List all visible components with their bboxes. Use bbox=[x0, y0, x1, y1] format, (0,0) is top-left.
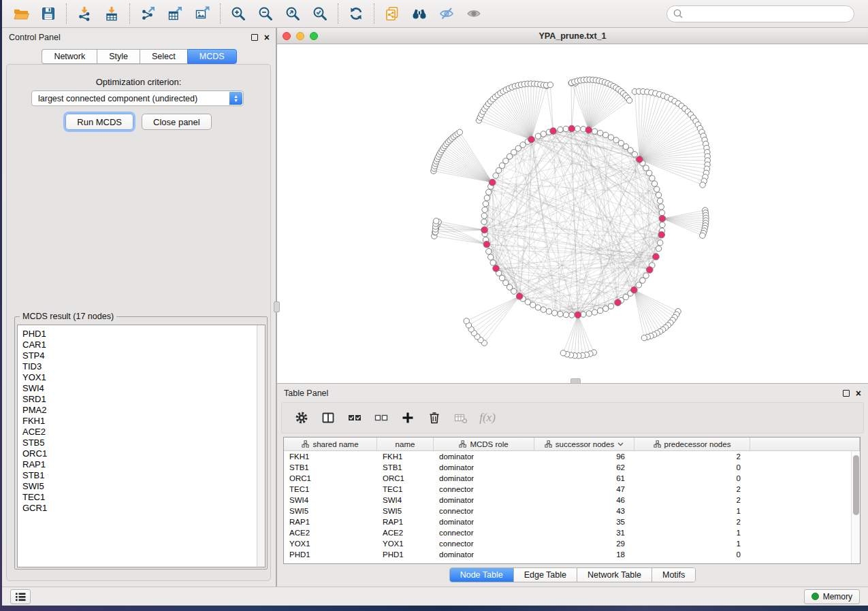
network-node[interactable] bbox=[626, 97, 632, 103]
table-row[interactable]: ORC1ORC1dominator610 bbox=[284, 473, 851, 484]
close-panel-icon[interactable]: × bbox=[856, 390, 861, 397]
first-neighbors-button[interactable] bbox=[406, 3, 433, 24]
table-row[interactable]: YOX1YOX1connector291 bbox=[284, 538, 851, 549]
network-node[interactable] bbox=[551, 310, 557, 316]
network-node[interactable] bbox=[656, 246, 661, 251]
deselect-all-button[interactable] bbox=[371, 407, 391, 429]
mcds-result-item[interactable]: TID3 bbox=[22, 361, 257, 372]
show-all-button[interactable] bbox=[460, 3, 487, 24]
zoom-in-button[interactable] bbox=[225, 3, 252, 24]
network-node[interactable] bbox=[654, 186, 660, 192]
delete-column-button[interactable] bbox=[424, 407, 445, 429]
network-node[interactable] bbox=[546, 309, 551, 314]
tab-mcds[interactable]: MCDS bbox=[187, 49, 237, 64]
select-all-button[interactable] bbox=[344, 407, 365, 429]
import-network-button[interactable] bbox=[71, 3, 98, 24]
clone-network-button[interactable] bbox=[379, 3, 406, 24]
network-node[interactable] bbox=[569, 312, 575, 318]
table-row[interactable]: STB1STB1dominator620 bbox=[284, 462, 851, 473]
network-node[interactable] bbox=[632, 152, 637, 157]
zoom-out-button[interactable] bbox=[252, 3, 279, 24]
mcds-result-item[interactable]: TEC1 bbox=[22, 492, 257, 503]
mcds-hub-node[interactable] bbox=[631, 286, 638, 293]
mcds-hub-node[interactable] bbox=[528, 136, 535, 143]
tab-edge-table[interactable]: Edge Table bbox=[514, 568, 577, 582]
network-node[interactable] bbox=[597, 130, 602, 135]
column-header-name[interactable]: name bbox=[377, 437, 434, 450]
network-node[interactable] bbox=[499, 275, 504, 280]
tab-node-table[interactable]: Node Table bbox=[450, 568, 514, 582]
network-node[interactable] bbox=[484, 195, 489, 201]
network-node[interactable] bbox=[481, 219, 487, 225]
tab-network-table[interactable]: Network Table bbox=[577, 568, 652, 582]
network-node[interactable] bbox=[608, 135, 613, 140]
mcds-hub-node[interactable] bbox=[646, 267, 653, 274]
mcds-hub-node[interactable] bbox=[489, 179, 496, 186]
network-node[interactable] bbox=[636, 282, 641, 288]
network-node[interactable] bbox=[496, 167, 501, 173]
optimization-select[interactable]: largest connected component (undirected)… bbox=[31, 90, 244, 106]
mcds-result-item[interactable]: RAP1 bbox=[22, 459, 257, 470]
mcds-result-item[interactable]: PHD1 bbox=[22, 329, 257, 340]
vertical-splitter-handle[interactable] bbox=[274, 301, 280, 312]
horizontal-splitter-handle[interactable] bbox=[570, 378, 581, 384]
search-input[interactable] bbox=[684, 7, 848, 20]
network-node[interactable] bbox=[592, 310, 597, 315]
export-table-button[interactable] bbox=[161, 3, 189, 24]
table-row[interactable]: PHD1PHD1dominator180 bbox=[284, 549, 851, 560]
tab-style[interactable]: Style bbox=[97, 49, 140, 64]
mcds-result-item[interactable]: YOX1 bbox=[22, 372, 257, 383]
network-node[interactable] bbox=[488, 254, 494, 260]
network-node[interactable] bbox=[547, 82, 553, 87]
open-file-button[interactable] bbox=[7, 3, 35, 24]
network-node[interactable] bbox=[481, 213, 487, 218]
network-node[interactable] bbox=[563, 312, 568, 317]
network-node[interactable] bbox=[434, 218, 439, 224]
network-node[interactable] bbox=[641, 335, 647, 340]
table-options-button[interactable] bbox=[291, 407, 312, 429]
tab-motifs[interactable]: Motifs bbox=[652, 568, 695, 582]
column-header-successor-nodes[interactable]: successor nodes bbox=[534, 437, 634, 450]
mcds-result-item[interactable]: GCR1 bbox=[22, 503, 257, 514]
mcds-hub-node[interactable] bbox=[658, 231, 665, 238]
table-row[interactable]: ACE2ACE2connector311 bbox=[284, 527, 851, 538]
save-session-button[interactable] bbox=[35, 3, 62, 24]
network-node[interactable] bbox=[482, 207, 487, 212]
network-node[interactable] bbox=[560, 350, 566, 356]
network-node[interactable] bbox=[541, 131, 546, 137]
network-node[interactable] bbox=[602, 306, 608, 311]
zoom-selected-button[interactable] bbox=[306, 3, 334, 24]
network-node[interactable] bbox=[700, 233, 705, 238]
network-node[interactable] bbox=[558, 127, 563, 132]
network-node[interactable] bbox=[490, 260, 496, 265]
mcds-hub-node[interactable] bbox=[493, 265, 500, 272]
close-panel-button[interactable]: Close panel bbox=[142, 114, 212, 130]
network-node[interactable] bbox=[657, 240, 662, 246]
table-row[interactable]: FKH1FKH1dominator962 bbox=[284, 451, 851, 462]
network-node[interactable] bbox=[657, 198, 662, 203]
search-field[interactable] bbox=[666, 5, 854, 22]
mcds-result-item[interactable]: SWI4 bbox=[22, 383, 257, 394]
network-node[interactable] bbox=[643, 165, 649, 171]
network-node[interactable] bbox=[535, 305, 541, 310]
network-node[interactable] bbox=[486, 248, 492, 254]
network-node[interactable] bbox=[457, 129, 462, 135]
export-network-button[interactable] bbox=[134, 3, 161, 24]
mcds-result-item[interactable]: FKH1 bbox=[22, 416, 257, 427]
export-image-button[interactable] bbox=[189, 3, 216, 24]
network-node[interactable] bbox=[652, 181, 657, 186]
network-node[interactable] bbox=[586, 311, 592, 316]
network-node[interactable] bbox=[656, 192, 661, 197]
table-row[interactable]: SWI5SWI5connector431 bbox=[284, 506, 851, 516]
mcds-result-item[interactable]: STB1 bbox=[22, 470, 257, 481]
mcds-result-item[interactable]: STB5 bbox=[22, 437, 257, 448]
network-node[interactable] bbox=[558, 311, 563, 316]
network-node[interactable] bbox=[659, 210, 664, 216]
network-node[interactable] bbox=[541, 307, 546, 312]
mcds-hub-node[interactable] bbox=[659, 215, 666, 222]
table-row[interactable]: TEC1TEC1connector472 bbox=[284, 484, 851, 495]
column-header-shared-name[interactable]: shared name bbox=[284, 437, 377, 450]
mcds-result-item[interactable]: ACE2 bbox=[22, 427, 257, 437]
network-node[interactable] bbox=[602, 132, 608, 137]
hide-selected-button[interactable] bbox=[433, 3, 460, 24]
